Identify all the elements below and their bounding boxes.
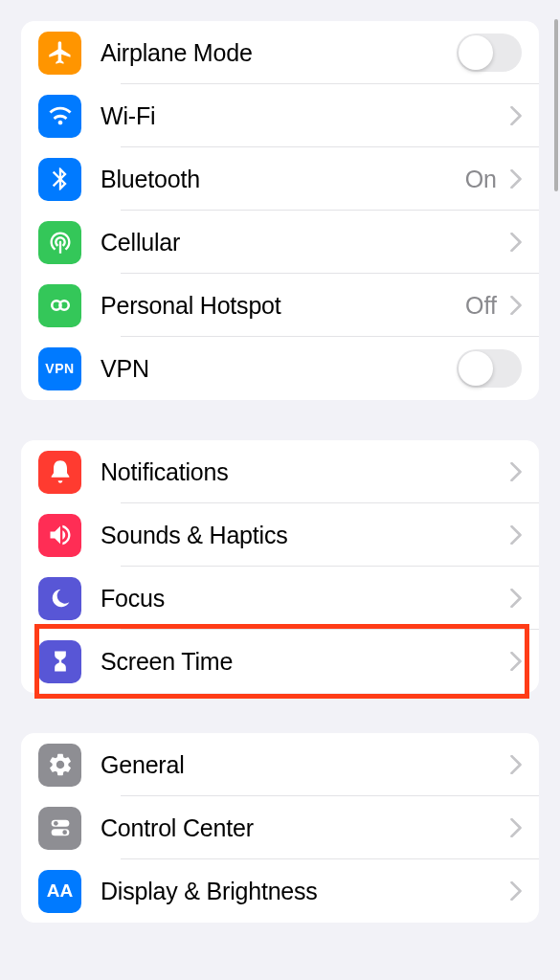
speaker-icon: [38, 514, 81, 557]
row-label: General: [101, 751, 506, 779]
row-personal-hotspot[interactable]: Personal Hotspot Off: [21, 274, 539, 337]
row-label: Personal Hotspot: [101, 292, 465, 320]
row-label: Focus: [101, 585, 506, 612]
chevron-right-icon: [510, 589, 522, 608]
row-label: Wi-Fi: [101, 102, 506, 130]
hourglass-icon: [38, 640, 81, 683]
row-label: Bluetooth: [101, 166, 465, 193]
row-label: Screen Time: [101, 648, 506, 676]
row-vpn[interactable]: VPN VPN: [21, 337, 539, 400]
row-display-brightness[interactable]: AA Display & Brightness: [21, 859, 539, 923]
row-bluetooth[interactable]: Bluetooth On: [21, 147, 539, 211]
chevron-right-icon: [510, 169, 522, 189]
chevron-right-icon: [510, 818, 522, 837]
wifi-icon: [38, 95, 81, 138]
row-notifications[interactable]: Notifications: [21, 440, 539, 503]
chevron-right-icon: [510, 881, 522, 901]
settings-group-device: General Control Center AA Display & Brig…: [21, 733, 539, 923]
row-general[interactable]: General: [21, 733, 539, 796]
svg-point-3: [54, 821, 58, 826]
airplane-toggle[interactable]: [457, 33, 522, 72]
row-control-center[interactable]: Control Center: [21, 796, 539, 859]
chevron-right-icon: [510, 233, 522, 252]
row-label: Control Center: [101, 814, 506, 842]
row-focus[interactable]: Focus: [21, 567, 539, 630]
row-label: Notifications: [101, 458, 506, 486]
gear-icon: [38, 744, 81, 787]
aa-icon: AA: [38, 870, 81, 913]
settings-group-attention: Notifications Sounds & Haptics Focus Scr…: [21, 440, 539, 693]
moon-icon: [38, 577, 81, 620]
svg-point-5: [62, 830, 67, 835]
airplane-icon: [38, 32, 81, 75]
row-sounds-haptics[interactable]: Sounds & Haptics: [21, 503, 539, 567]
chevron-right-icon: [510, 525, 522, 545]
row-label: Display & Brightness: [101, 878, 506, 905]
row-airplane-mode[interactable]: Airplane Mode: [21, 21, 539, 84]
hotspot-icon: [38, 284, 81, 327]
cellular-icon: [38, 221, 81, 264]
chevron-right-icon: [510, 106, 522, 125]
row-label: Airplane Mode: [101, 39, 457, 67]
row-label: Sounds & Haptics: [101, 522, 506, 549]
switches-icon: [38, 807, 81, 850]
scroll-indicator: [554, 19, 558, 191]
row-cellular[interactable]: Cellular: [21, 211, 539, 274]
bluetooth-icon: [38, 158, 81, 201]
chevron-right-icon: [510, 652, 522, 671]
chevron-right-icon: [510, 296, 522, 315]
row-screen-time[interactable]: Screen Time: [21, 630, 539, 693]
row-value: On: [465, 166, 497, 193]
settings-group-connectivity: Airplane Mode Wi-Fi Bluetooth On Cellula…: [21, 21, 539, 400]
row-value: Off: [465, 292, 497, 320]
chevron-right-icon: [510, 755, 522, 774]
bell-icon: [38, 451, 81, 494]
vpn-toggle[interactable]: [457, 349, 522, 388]
chevron-right-icon: [510, 462, 522, 481]
row-label: VPN: [101, 355, 457, 383]
row-label: Cellular: [101, 229, 506, 256]
row-wifi[interactable]: Wi-Fi: [21, 84, 539, 147]
vpn-icon: VPN: [38, 347, 81, 390]
